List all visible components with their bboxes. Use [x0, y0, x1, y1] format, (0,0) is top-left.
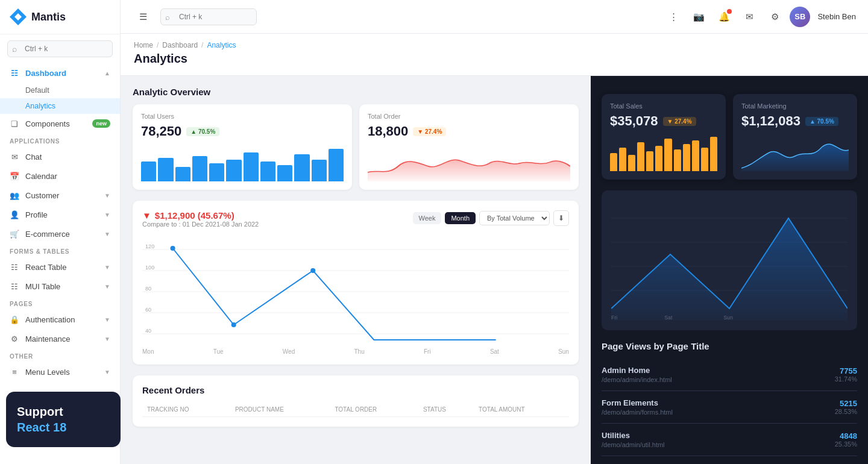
search-wrap — [7, 40, 113, 57]
income-arrow: ▼ — [142, 210, 151, 221]
income-value: ▼ $1,12,900 (45.67%) — [142, 210, 259, 221]
bar9 — [277, 165, 292, 181]
panels-container: Analytic Overview Total Users 78,250 ▲ 7… — [121, 76, 868, 464]
username-label: Stebin Ben — [817, 12, 856, 21]
sidebar-item-dashboard-left: ☷ Dashboard — [10, 68, 66, 78]
stat-orders-value: 18,800 — [368, 124, 408, 139]
breadcrumb-dashboard[interactable]: Dashboard — [162, 41, 198, 49]
bar4 — [192, 156, 207, 181]
sidebar-item-maintenance[interactable]: ⚙ Maintenance ▼ — [0, 329, 120, 348]
pv-pct-admin-home: 31.74% — [835, 375, 857, 383]
sales-value: $35,078 — [610, 113, 658, 129]
volume-select[interactable]: By Total Volume — [479, 211, 550, 225]
support-popup-title: Support React 18 — [17, 404, 110, 435]
pv-pct-form-elements: 28.53% — [835, 408, 857, 415]
sidebar-item-authentication[interactable]: 🔒 Authentication ▼ — [0, 310, 120, 329]
svg-point-12 — [310, 268, 315, 273]
sidebar-search-input[interactable] — [7, 40, 113, 57]
sidebar-item-profile[interactable]: 👤 Profile ▼ — [0, 205, 120, 224]
orders-table: TRACKING NO PRODUCT NAME TOTAL ORDER STA… — [142, 403, 569, 417]
svg-point-11 — [231, 322, 236, 327]
download-button[interactable]: ⬇ — [553, 210, 569, 226]
section-pages: Pages — [0, 296, 120, 310]
support-line1: Support — [17, 405, 63, 418]
sbar9 — [683, 144, 690, 171]
notification-badge — [727, 9, 732, 14]
recent-orders-section: Recent Orders TRACKING NO PRODUCT NAME T… — [133, 375, 579, 427]
user-avatar[interactable]: SB — [790, 7, 810, 27]
pv-left-utilities: Utilities /demo/admin/util.html — [602, 431, 835, 448]
svg-text:40: 40 — [145, 328, 151, 334]
messages-button[interactable]: ✉ — [739, 7, 760, 27]
stat-card-sales: Total Sales $35,078 ▼ 27.4% — [602, 94, 726, 180]
x-label-sun: Sun — [558, 348, 569, 355]
sidebar-item-components-left: ❏ Components — [10, 119, 70, 128]
notifications-button[interactable]: 🔔 — [714, 7, 734, 27]
gear-button[interactable]: ⚙ — [764, 7, 785, 27]
sidebar-item-maintenance-left: ⚙ Maintenance — [10, 334, 70, 343]
panel-left: Analytic Overview Total Users 78,250 ▲ 7… — [121, 76, 591, 464]
menu-levels-chevron: ▼ — [104, 369, 110, 375]
orders-header-row: TRACKING NO PRODUCT NAME TOTAL ORDER STA… — [142, 403, 569, 417]
sidebar-item-chat[interactable]: ✉ Chat — [0, 147, 120, 166]
sales-label: Total Sales — [610, 102, 717, 110]
grid-icon-button[interactable]: ⋮ — [663, 7, 684, 27]
sidebar: Mantis ☷ Dashboard ▲ Default Analytics ❏… — [0, 0, 121, 464]
auth-chevron: ▼ — [104, 316, 110, 323]
bar1 — [141, 161, 156, 181]
sidebar-item-react-table[interactable]: ☷ React Table ▼ — [0, 257, 120, 277]
sidebar-item-dashboard[interactable]: ☷ Dashboard ▲ — [0, 63, 120, 83]
sidebar-item-menu-levels[interactable]: ≡ Menu Levels ▼ — [0, 362, 120, 381]
income-header-left: ▼ $1,12,900 (45.67%) Compare to : 01 Dec… — [142, 210, 259, 235]
bar8 — [260, 161, 275, 181]
topbar: ☰ ⌕ ⋮ 📷 🔔 ✉ ⚙ SB Stebin Ben — [121, 0, 868, 34]
topbar-search-input[interactable] — [160, 8, 257, 25]
sbar5 — [646, 151, 653, 171]
menu-toggle-button[interactable]: ☰ — [133, 7, 153, 27]
react-table-label: React Table — [25, 263, 66, 272]
stat-card-users: Total Users 78,250 ▲ 70.5% — [133, 104, 352, 190]
sidebar-sub-default[interactable]: Default — [0, 83, 120, 98]
sidebar-sub-analytics[interactable]: Analytics — [0, 98, 120, 114]
section-applications: Applications — [0, 133, 120, 147]
pv-item-form-elements: Form Elements /demo/admin/forms.html 521… — [602, 391, 857, 424]
sidebar-item-calendar-left: 📅 Calendar — [10, 171, 57, 181]
pv-item-form-validation: Form Validation /demo/admin/validation.h… — [602, 456, 857, 464]
pv-item-admin-home: Admin Home /demo/admin/index.html 7755 3… — [602, 359, 857, 391]
svg-text:Sun: Sun — [723, 315, 733, 321]
section-forms: Forms & Tables — [0, 243, 120, 257]
breadcrumb-sep1: / — [157, 41, 159, 49]
ecommerce-chevron: ▼ — [104, 231, 110, 237]
orders-area-chart — [368, 145, 570, 181]
settings-icon-button[interactable]: 📷 — [688, 7, 709, 27]
week-button[interactable]: Week — [413, 212, 442, 224]
topbar-search-wrap: ⌕ — [160, 8, 257, 25]
sidebar-item-ecommerce[interactable]: 🛒 E-commerce ▼ — [0, 224, 120, 243]
chat-label: Chat — [25, 152, 42, 161]
ecommerce-icon: 🛒 — [10, 229, 19, 239]
stat-cards-dark: Total Sales $35,078 ▼ 27.4% — [602, 94, 857, 180]
marketing-area-chart — [741, 135, 849, 171]
col-product: PRODUCT NAME — [230, 403, 330, 417]
marketing-value: $1,12,083 — [741, 113, 800, 129]
sidebar-item-mui-table[interactable]: ☷ MUI Table ▼ — [0, 277, 120, 296]
sidebar-item-components[interactable]: ❏ Components new — [0, 114, 120, 133]
month-button[interactable]: Month — [445, 212, 476, 224]
pv-name-form-elements: Form Elements — [602, 398, 835, 407]
support-popup[interactable]: Support React 18 — [6, 392, 121, 447]
breadcrumb-home[interactable]: Home — [134, 41, 153, 49]
sidebar-item-customer[interactable]: 👥 Customer ▼ — [0, 186, 120, 205]
pv-left-form-elements: Form Elements /demo/admin/forms.html — [602, 398, 835, 416]
menu-levels-label: Menu Levels — [25, 368, 70, 377]
sbar2 — [619, 148, 626, 171]
chart-x-labels: Mon Tue Wed Thu Fri Sat Sun — [142, 346, 569, 355]
sidebar-search-wrap — [0, 34, 120, 63]
stat-users-label: Total Users — [141, 113, 344, 120]
sidebar-item-ecommerce-left: 🛒 E-commerce — [10, 229, 70, 239]
bar10 — [294, 154, 309, 181]
income-line-chart: 120 100 80 60 40 — [142, 237, 569, 346]
sidebar-item-calendar[interactable]: 📅 Calendar — [0, 166, 120, 186]
sidebar-item-chat-left: ✉ Chat — [10, 152, 42, 161]
profile-icon: 👤 — [10, 210, 19, 219]
bar12 — [329, 149, 344, 181]
